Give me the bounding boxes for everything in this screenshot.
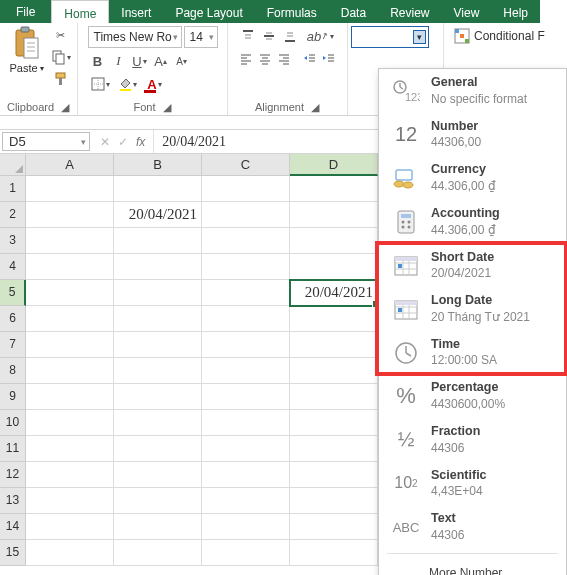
increase-indent-button[interactable]: [320, 49, 338, 69]
cell-C2[interactable]: [202, 202, 290, 228]
cell-C3[interactable]: [202, 228, 290, 254]
bold-button[interactable]: B: [88, 51, 108, 71]
tab-home[interactable]: Home: [51, 0, 109, 23]
cell-A9[interactable]: [26, 384, 114, 410]
format-text[interactable]: ABC Text44306: [379, 505, 566, 549]
col-header-c[interactable]: C: [202, 154, 290, 176]
cell-C7[interactable]: [202, 332, 290, 358]
cell-D11[interactable]: [290, 436, 378, 462]
row-header-13[interactable]: 13: [0, 488, 26, 514]
select-all-corner[interactable]: [0, 154, 26, 176]
cell-B1[interactable]: [114, 176, 202, 202]
cell-A11[interactable]: [26, 436, 114, 462]
cell-B5[interactable]: [114, 280, 202, 306]
cell-C13[interactable]: [202, 488, 290, 514]
cell-A7[interactable]: [26, 332, 114, 358]
cell-D4[interactable]: [290, 254, 378, 280]
row-header-14[interactable]: 14: [0, 514, 26, 540]
row-header-3[interactable]: 3: [0, 228, 26, 254]
conditional-formatting-button[interactable]: Conditional F: [450, 26, 549, 46]
tab-file[interactable]: File: [0, 0, 51, 23]
dialog-launcher-icon[interactable]: ◢: [310, 102, 320, 112]
cell-B10[interactable]: [114, 410, 202, 436]
row-header-12[interactable]: 12: [0, 462, 26, 488]
increase-font-button[interactable]: A▴: [151, 51, 171, 71]
row-header-15[interactable]: 15: [0, 540, 26, 566]
cell-B9[interactable]: [114, 384, 202, 410]
cell-A1[interactable]: [26, 176, 114, 202]
cell-B2[interactable]: 20/04/2021: [114, 202, 202, 228]
cell-A15[interactable]: [26, 540, 114, 566]
tab-formulas[interactable]: Formulas: [255, 0, 329, 23]
align-left-button[interactable]: [238, 49, 256, 69]
borders-button[interactable]: ▾: [88, 74, 114, 94]
cell-D8[interactable]: [290, 358, 378, 384]
cell-C10[interactable]: [202, 410, 290, 436]
cell-B11[interactable]: [114, 436, 202, 462]
font-color-button[interactable]: A▾: [142, 74, 168, 94]
cancel-icon[interactable]: ✕: [100, 135, 110, 149]
dialog-launcher-icon[interactable]: ◢: [162, 102, 172, 112]
format-currency[interactable]: Currency44.306,00 ₫: [379, 156, 566, 200]
row-header-7[interactable]: 7: [0, 332, 26, 358]
cut-button[interactable]: ✂: [51, 26, 71, 44]
cell-B8[interactable]: [114, 358, 202, 384]
row-header-5[interactable]: 5: [0, 280, 26, 306]
format-number[interactable]: 12 Number44306,00: [379, 113, 566, 157]
cell-C14[interactable]: [202, 514, 290, 540]
cell-C12[interactable]: [202, 462, 290, 488]
copy-button[interactable]: ▾: [51, 48, 71, 66]
paste-button[interactable]: Paste▾: [7, 26, 47, 74]
tab-insert[interactable]: Insert: [109, 0, 163, 23]
cell-C4[interactable]: [202, 254, 290, 280]
format-painter-button[interactable]: [51, 70, 71, 88]
cell-D12[interactable]: [290, 462, 378, 488]
more-number-formats[interactable]: More Number Formats...: [379, 558, 566, 575]
format-time[interactable]: Time12:00:00 SA: [379, 331, 566, 375]
cell-A3[interactable]: [26, 228, 114, 254]
cell-D14[interactable]: [290, 514, 378, 540]
cell-D6[interactable]: [290, 306, 378, 332]
cell-A13[interactable]: [26, 488, 114, 514]
cell-D3[interactable]: [290, 228, 378, 254]
cell-B7[interactable]: [114, 332, 202, 358]
cell-B14[interactable]: [114, 514, 202, 540]
col-header-d[interactable]: D: [290, 154, 378, 176]
cell-C15[interactable]: [202, 540, 290, 566]
cell-C8[interactable]: [202, 358, 290, 384]
row-header-1[interactable]: 1: [0, 176, 26, 202]
fx-button[interactable]: fx: [136, 135, 145, 149]
cell-C5[interactable]: [202, 280, 290, 306]
col-header-b[interactable]: B: [114, 154, 202, 176]
align-right-button[interactable]: [275, 49, 293, 69]
format-long-date[interactable]: Long Date20 Tháng Tư 2021: [379, 287, 566, 331]
orientation-button[interactable]: ab↗▾: [308, 26, 334, 46]
cell-D10[interactable]: [290, 410, 378, 436]
format-fraction[interactable]: ½ Fraction44306: [379, 418, 566, 462]
format-short-date[interactable]: Short Date20/04/2021: [379, 244, 566, 288]
cell-D2[interactable]: [290, 202, 378, 228]
align-top-button[interactable]: [238, 26, 258, 46]
name-box[interactable]: D5▾: [2, 132, 90, 151]
tab-view[interactable]: View: [442, 0, 492, 23]
row-header-4[interactable]: 4: [0, 254, 26, 280]
cell-B15[interactable]: [114, 540, 202, 566]
dialog-launcher-icon[interactable]: ◢: [60, 102, 70, 112]
decrease-indent-button[interactable]: [301, 49, 319, 69]
cell-D15[interactable]: [290, 540, 378, 566]
row-header-10[interactable]: 10: [0, 410, 26, 436]
cell-B4[interactable]: [114, 254, 202, 280]
row-header-11[interactable]: 11: [0, 436, 26, 462]
italic-button[interactable]: I: [109, 51, 129, 71]
row-header-2[interactable]: 2: [0, 202, 26, 228]
number-format-select[interactable]: ▾: [351, 26, 429, 48]
cell-C6[interactable]: [202, 306, 290, 332]
cell-A8[interactable]: [26, 358, 114, 384]
cell-A4[interactable]: [26, 254, 114, 280]
cell-B6[interactable]: [114, 306, 202, 332]
underline-button[interactable]: U▾: [130, 51, 150, 71]
cell-B13[interactable]: [114, 488, 202, 514]
format-percentage[interactable]: % Percentage4430600,00%: [379, 374, 566, 418]
tab-data[interactable]: Data: [329, 0, 378, 23]
cell-D7[interactable]: [290, 332, 378, 358]
